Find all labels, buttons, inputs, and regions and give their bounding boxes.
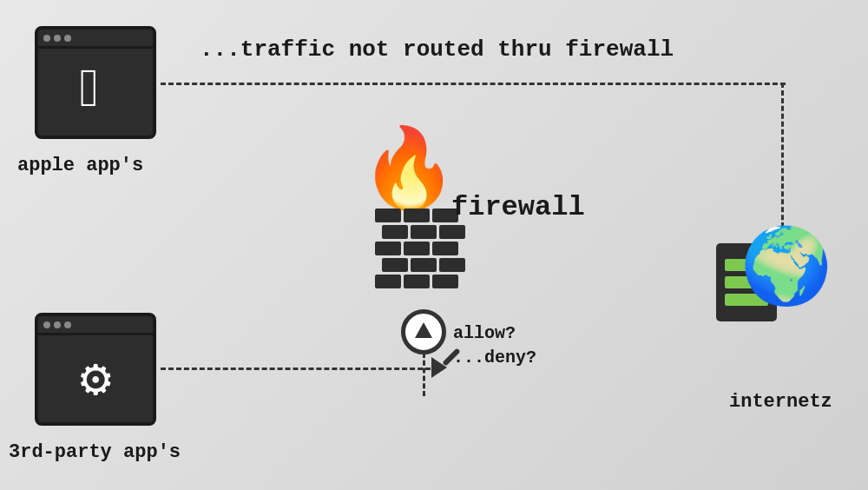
apple-app-label: apple app's — [17, 155, 143, 176]
brick-row — [365, 242, 469, 255]
brick — [375, 209, 401, 222]
allow-deny-label: allow?...deny? — [453, 321, 536, 370]
brick-row — [378, 225, 469, 239]
title-bar-dot — [54, 35, 61, 42]
brick — [432, 242, 458, 255]
title-bar-dot — [64, 321, 71, 328]
brick — [404, 242, 430, 255]
brick — [439, 225, 465, 239]
magnifier-circle — [401, 309, 446, 354]
title-bar-dot — [54, 321, 61, 328]
gear-icon: ⚙ — [80, 347, 111, 411]
dashed-vertical-firewall — [423, 353, 425, 396]
apple-title-bar — [38, 30, 153, 49]
main-scene: ...traffic not routed thru firewall  ap… — [0, 0, 868, 490]
thirdparty-app-box: ⚙ — [35, 313, 156, 426]
brick — [382, 258, 408, 272]
brick-row — [378, 258, 469, 272]
brick — [375, 275, 401, 288]
brick — [404, 209, 430, 222]
brick — [411, 225, 437, 239]
brick — [382, 225, 408, 239]
brick — [411, 258, 437, 272]
title-bar-dot — [64, 35, 71, 42]
magnifier-icon — [401, 309, 446, 354]
title-bar-dot — [43, 35, 50, 42]
apple-icon-area:  — [38, 49, 153, 136]
gear-title-bar — [38, 316, 153, 335]
apple-app-box:  — [35, 26, 156, 139]
dashed-line-top — [161, 83, 786, 85]
brick — [439, 258, 465, 272]
traffic-text-label: ...traffic not routed thru firewall — [200, 36, 674, 63]
internetz-label: internetz — [729, 391, 832, 413]
firewall-label: firewall — [451, 191, 585, 223]
globe-icon: 🌍 — [740, 235, 832, 308]
brick — [404, 275, 430, 288]
arrow-up-icon — [415, 322, 432, 338]
apple-icon:  — [79, 65, 111, 119]
brick — [432, 275, 458, 288]
gear-icon-area: ⚙ — [38, 335, 153, 422]
title-bar-dot — [43, 321, 50, 328]
brick-row — [365, 275, 469, 288]
dashed-line-bottom — [161, 368, 438, 370]
thirdparty-app-label: 3rd-party app's — [9, 441, 181, 463]
dashed-line-right — [781, 83, 784, 243]
brick — [375, 242, 401, 255]
flame-icon: 🔥 — [360, 135, 457, 213]
